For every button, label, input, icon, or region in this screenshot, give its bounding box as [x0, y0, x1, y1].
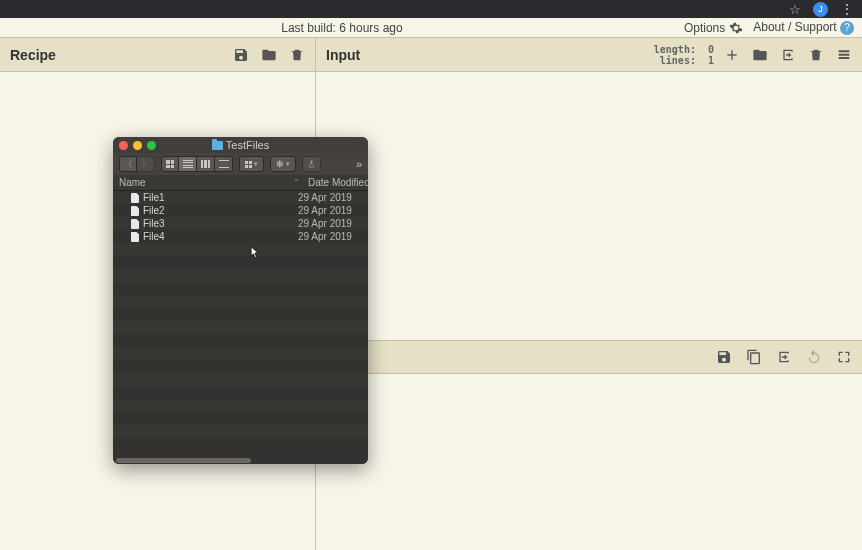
- empty-row: [113, 386, 368, 399]
- file-icon: [131, 219, 139, 229]
- window-controls: [119, 141, 156, 150]
- finder-titlebar[interactable]: TestFiles: [113, 137, 368, 153]
- panels-header: Recipe Input length: 0 lines: 1: [0, 38, 862, 72]
- horizontal-scrollbar[interactable]: [116, 458, 251, 463]
- bookmark-star-icon[interactable]: ☆: [789, 2, 801, 17]
- fullscreen-icon[interactable]: [836, 349, 852, 365]
- share-button[interactable]: [302, 156, 321, 172]
- maximize-window-icon[interactable]: [147, 141, 156, 150]
- build-info: Last build: 6 hours ago: [0, 21, 684, 35]
- file-date: 29 Apr 2019: [298, 231, 368, 242]
- file-row[interactable]: File2 29 Apr 2019: [113, 204, 368, 217]
- file-name: File4: [143, 231, 298, 242]
- empty-row: [113, 321, 368, 334]
- list-view-button[interactable]: [179, 156, 197, 172]
- forward-button[interactable]: 〉: [137, 156, 155, 172]
- recipe-panel-header: Recipe: [0, 38, 316, 71]
- empty-row: [113, 412, 368, 425]
- folder-glyph-icon: [212, 141, 223, 150]
- empty-row: [113, 373, 368, 386]
- about-support-link[interactable]: About / Support ?: [753, 20, 854, 35]
- mouse-cursor-icon: [250, 246, 260, 260]
- finder-toolbar: 〈 〉 ▾ ✻▾ »: [113, 153, 368, 175]
- file-row[interactable]: File3 29 Apr 2019: [113, 217, 368, 230]
- output-toolbar: [316, 340, 862, 374]
- input-title: Input: [326, 47, 654, 63]
- file-icon: [131, 232, 139, 242]
- gallery-view-button[interactable]: [215, 156, 233, 172]
- save-output-icon[interactable]: [716, 349, 732, 365]
- help-icon: ?: [840, 21, 854, 35]
- file-icon: [131, 206, 139, 216]
- file-icon: [131, 193, 139, 203]
- app-info-bar: Last build: 6 hours ago Options About / …: [0, 18, 862, 38]
- file-name: File3: [143, 218, 298, 229]
- empty-row: [113, 425, 368, 438]
- empty-row: [113, 282, 368, 295]
- sort-ascending-icon: ⌃: [293, 178, 300, 187]
- file-row[interactable]: File1 29 Apr 2019: [113, 191, 368, 204]
- add-icon[interactable]: [724, 47, 740, 63]
- move-to-input-icon[interactable]: [776, 349, 792, 365]
- view-mode-buttons: [161, 156, 233, 172]
- options-link[interactable]: Options: [684, 21, 743, 35]
- import-icon[interactable]: [780, 47, 796, 63]
- finder-title-text: TestFiles: [226, 139, 269, 151]
- toolbar-overflow-icon[interactable]: »: [356, 158, 362, 170]
- browser-top-bar: ☆ J ⋮: [0, 0, 862, 18]
- group-by-button[interactable]: ▾: [239, 156, 264, 172]
- file-name: File2: [143, 205, 298, 216]
- empty-row: [113, 256, 368, 269]
- back-button[interactable]: 〈: [119, 156, 137, 172]
- empty-row: [113, 438, 368, 451]
- empty-row: [113, 295, 368, 308]
- empty-row: [113, 399, 368, 412]
- nav-buttons: 〈 〉: [119, 156, 155, 172]
- column-view-button[interactable]: [197, 156, 215, 172]
- input-panel-body[interactable]: [316, 72, 862, 550]
- clear-input-icon[interactable]: [808, 47, 824, 63]
- empty-row: [113, 308, 368, 321]
- minimize-window-icon[interactable]: [133, 141, 142, 150]
- icon-view-button[interactable]: [161, 156, 179, 172]
- column-date-header[interactable]: Date Modified: [308, 177, 368, 188]
- column-name-header[interactable]: Name: [119, 177, 293, 188]
- undo-icon[interactable]: [806, 349, 822, 365]
- options-label: Options: [684, 21, 725, 35]
- empty-row: [113, 269, 368, 282]
- browser-menu-icon[interactable]: ⋮: [840, 2, 854, 16]
- close-window-icon[interactable]: [119, 141, 128, 150]
- about-label: About / Support: [753, 20, 836, 34]
- empty-row: [113, 347, 368, 360]
- finder-window[interactable]: TestFiles 〈 〉 ▾ ✻▾ » Name ⌃ Date Modifie…: [113, 137, 368, 464]
- file-row[interactable]: File4 29 Apr 2019: [113, 230, 368, 243]
- recipe-title: Recipe: [10, 47, 233, 63]
- folder-icon[interactable]: [261, 47, 277, 63]
- open-folder-icon[interactable]: [752, 47, 768, 63]
- empty-row: [113, 334, 368, 347]
- save-icon[interactable]: [233, 47, 249, 63]
- empty-row: [113, 243, 368, 256]
- trash-icon[interactable]: [289, 47, 305, 63]
- empty-row: [113, 360, 368, 373]
- file-date: 29 Apr 2019: [298, 218, 368, 229]
- finder-file-list[interactable]: File1 29 Apr 2019 File2 29 Apr 2019 File…: [113, 191, 368, 464]
- finder-column-header[interactable]: Name ⌃ Date Modified: [113, 175, 368, 191]
- copy-icon[interactable]: [746, 349, 762, 365]
- action-menu-button[interactable]: ✻▾: [270, 156, 296, 172]
- file-date: 29 Apr 2019: [298, 205, 368, 216]
- input-panel-header: Input length: 0 lines: 1: [316, 38, 862, 71]
- file-name: File1: [143, 192, 298, 203]
- profile-avatar[interactable]: J: [813, 2, 828, 17]
- input-stats: length: 0 lines: 1: [654, 44, 714, 66]
- gear-icon: [729, 21, 743, 35]
- list-view-icon[interactable]: [836, 47, 852, 63]
- file-date: 29 Apr 2019: [298, 192, 368, 203]
